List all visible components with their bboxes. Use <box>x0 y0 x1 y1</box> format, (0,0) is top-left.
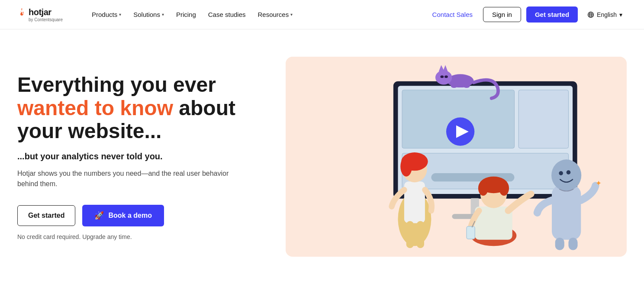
svg-point-22 <box>451 84 457 88</box>
hero-headline: Everything you ever wanted to know about… <box>17 73 260 143</box>
chevron-down-icon: ▾ <box>162 12 164 17</box>
contact-sales-link[interactable]: Contact Sales <box>427 7 478 22</box>
rocket-icon: 🚀 <box>94 211 104 220</box>
svg-point-41 <box>559 171 563 176</box>
language-chevron-icon: ▾ <box>619 11 622 18</box>
svg-rect-39 <box>552 186 581 240</box>
hero-buttons: Get started 🚀 Book a demo <box>17 205 260 226</box>
get-started-nav-button[interactable]: Get started <box>526 6 578 23</box>
svg-point-36 <box>499 181 509 196</box>
nav-item-case-studies[interactable]: Case studies <box>203 7 251 22</box>
nav-item-products[interactable]: Products ▾ <box>87 7 126 22</box>
book-demo-label: Book a demo <box>108 212 151 219</box>
hero-illustration-svg: ✦ <box>286 57 627 256</box>
svg-point-23 <box>463 84 470 88</box>
svg-point-20 <box>440 76 444 78</box>
svg-text:✦: ✦ <box>596 179 602 187</box>
hero-left: Everything you ever wanted to know about… <box>17 73 268 240</box>
svg-rect-37 <box>467 226 475 239</box>
chevron-down-icon: ▾ <box>290 12 293 17</box>
globe-icon <box>587 11 594 18</box>
hotjar-flame-icon <box>17 7 27 17</box>
svg-rect-45 <box>568 238 577 250</box>
logo[interactable]: hotjar by Contentsquare <box>17 7 69 22</box>
nav-right: Contact Sales Sign in Get started Englis… <box>427 6 627 23</box>
svg-point-35 <box>478 181 488 196</box>
hero-section: Everything you ever wanted to know about… <box>0 29 644 284</box>
get-started-hero-button[interactable]: Get started <box>17 205 75 226</box>
svg-rect-25 <box>404 182 425 223</box>
navbar: hotjar by Contentsquare Products ▾ Solut… <box>0 0 644 29</box>
svg-rect-44 <box>555 238 564 250</box>
nav-links: Products ▾ Solutions ▾ Pricing Case stud… <box>87 7 427 22</box>
nav-item-pricing[interactable]: Pricing <box>171 7 201 22</box>
language-selector[interactable]: English ▾ <box>583 8 627 22</box>
hero-headline-highlight: wanted to know <box>17 97 173 119</box>
svg-rect-29 <box>406 221 414 248</box>
sign-in-button[interactable]: Sign in <box>483 7 521 22</box>
book-demo-button[interactable]: 🚀 Book a demo <box>82 205 164 226</box>
svg-point-42 <box>567 171 571 175</box>
language-label: English <box>597 11 617 18</box>
hero-illustration: ✦ <box>286 57 627 256</box>
svg-rect-9 <box>518 90 568 148</box>
chevron-down-icon: ▾ <box>119 12 121 17</box>
nav-item-resources[interactable]: Resources ▾ <box>253 7 298 22</box>
no-credit-text: No credit card required. Upgrade any tim… <box>17 233 260 240</box>
hero-headline-before: Everything you ever <box>17 73 216 96</box>
nav-item-solutions[interactable]: Solutions ▾ <box>128 7 169 22</box>
svg-rect-30 <box>417 221 424 248</box>
svg-point-28 <box>400 157 412 177</box>
svg-point-40 <box>551 160 581 191</box>
svg-point-17 <box>435 71 452 85</box>
hero-description: Hotjar shows you the numbers you need—an… <box>17 168 234 189</box>
svg-point-21 <box>444 76 448 78</box>
logo-byline: by Contentsquare <box>29 17 69 22</box>
hero-subheadline: ...but your analytics never told you. <box>17 152 260 161</box>
logo-wordmark: hotjar <box>29 7 52 17</box>
